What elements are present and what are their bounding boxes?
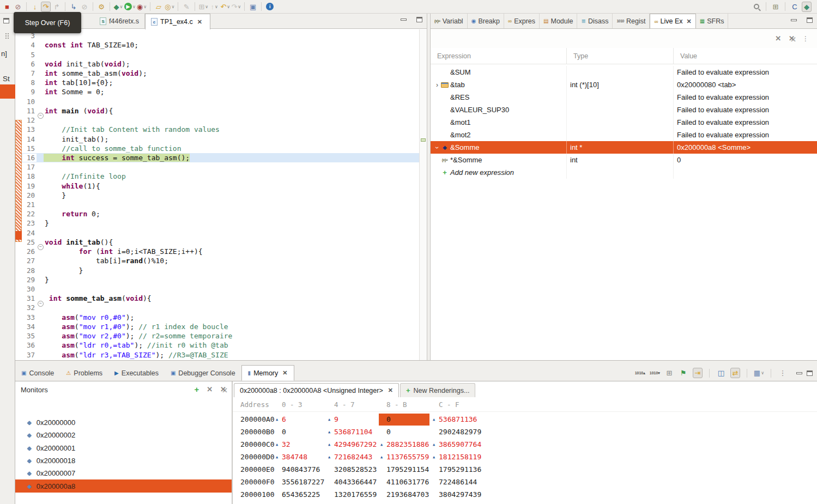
toggle-split-icon[interactable]: ⇄	[730, 368, 740, 378]
occurrence-marker[interactable]	[421, 138, 426, 142]
close-icon[interactable]: ✕	[197, 19, 202, 26]
memory-cell[interactable]: 722486144	[431, 476, 483, 488]
minimize-icon[interactable]	[401, 19, 407, 21]
new-renderings-tab[interactable]: + New Renderings...	[400, 383, 475, 397]
column-header-expression[interactable]: Expression	[431, 48, 567, 64]
vertical-sash[interactable]	[427, 14, 431, 360]
code-line-19[interactable]: 19 while(1){	[15, 181, 427, 191]
maximize-icon[interactable]	[807, 17, 813, 23]
code-line-12[interactable]: 12	[15, 116, 427, 125]
close-icon[interactable]: ✕	[687, 18, 692, 25]
info-icon[interactable]: i	[265, 2, 275, 12]
edit-icon[interactable]: ✎	[181, 2, 191, 12]
terminate-icon[interactable]: ■	[2, 2, 12, 12]
disconnect-icon[interactable]: ⊘	[13, 2, 23, 12]
back-icon[interactable]: ↶∨	[220, 2, 230, 12]
memory-cell[interactable]: 654365225	[274, 489, 326, 501]
open-perspective-icon[interactable]: ⊞	[771, 2, 780, 12]
code-line-9[interactable]: 9int Somme = 0;	[15, 87, 427, 96]
memory-cell[interactable]: 4110631776	[379, 476, 431, 488]
restore-view-icon[interactable]	[3, 18, 9, 23]
monitor-item[interactable]: ◆0x20000007	[15, 467, 232, 479]
c-perspective-icon[interactable]: C	[790, 2, 800, 12]
close-icon[interactable]: ✕	[388, 387, 393, 394]
up-icon[interactable]: ↑∨	[209, 2, 219, 12]
export-memory-icon[interactable]: 1010▴	[635, 368, 645, 378]
memory-cell[interactable]: ▲721682443	[326, 451, 379, 463]
expression-row[interactable]: ›&tabint (*)[10]0x20000080 <tab>	[431, 78, 817, 91]
monitor-item[interactable]: ◆0x20000018	[15, 454, 232, 467]
code-line-6[interactable]: 6void init_tab(void);	[15, 59, 427, 69]
code-line-24[interactable]: 24	[15, 228, 427, 238]
code-line-35[interactable]: 35 asm("mov r2,#0"); // r2=somme tempora…	[15, 331, 427, 341]
rendering-tab-unsigned-integer[interactable]: 0x200000a8 : 0x200000A8 <Unsigned Intege…	[234, 383, 399, 397]
code-area[interactable]: 34const int TAB_SIZE=10;56void init_tab(…	[15, 31, 427, 360]
external-tools-icon[interactable]: ◉∨	[137, 2, 147, 12]
tab-executables[interactable]: ▶Executables	[108, 365, 165, 381]
code-line-26[interactable]: 26 for (int i=0;i<TAB_SIZE;i++){	[15, 247, 427, 256]
memory-cell[interactable]: 1795291154	[379, 464, 431, 476]
memory-cell[interactable]: 4043366447	[326, 476, 379, 488]
code-line-13[interactable]: 13 //Init tab Content with random values	[15, 125, 427, 134]
run-icon[interactable]: ▶∨	[124, 2, 136, 12]
code-line-16[interactable]: →16 int success = somme_tab_asm();	[15, 153, 427, 162]
remove-expression-icon[interactable]: ✕	[775, 34, 781, 42]
expression-row[interactable]: ›◆&Sommeint *0x200000a8 <Somme>	[431, 141, 817, 154]
code-line-18[interactable]: 18 //Infinite loop	[15, 172, 427, 181]
clipped-selected-row[interactable]	[0, 84, 15, 99]
code-line-8[interactable]: 8int tab[10]={0};	[15, 78, 427, 87]
memory-cell[interactable]: 0	[379, 426, 431, 438]
restore-editor-icon[interactable]: ▣	[248, 2, 258, 12]
code-line-25[interactable]: 25void init_tab(){	[15, 238, 427, 247]
tab-variabl[interactable]: (x)=Variabl	[431, 14, 468, 28]
code-line-5[interactable]: 5	[15, 50, 427, 59]
instruction-stepping-icon[interactable]: ↳	[69, 2, 78, 12]
step-return-icon[interactable]: ↱	[52, 2, 62, 12]
memory-cell[interactable]: ▲384748	[274, 451, 326, 463]
memory-cell[interactable]: ▲32	[274, 439, 326, 451]
code-line-32[interactable]: 32	[15, 303, 427, 312]
tab-disass[interactable]: ≣Disass	[577, 14, 613, 28]
monitor-item[interactable]: ◆0x200000a8	[15, 479, 232, 492]
column-header-value[interactable]: Value	[674, 48, 817, 64]
memory-cell[interactable]: ▲9	[326, 414, 379, 426]
code-line-37[interactable]: 37 asm("ldr r3,=TAB_SIZE"); //R3=@TAB_SI…	[15, 350, 427, 359]
search-tool-icon[interactable]: ◎∨	[165, 2, 174, 12]
view-menu-icon[interactable]: ⋮	[802, 35, 809, 42]
code-line-30[interactable]: 30	[15, 284, 427, 294]
code-line-31[interactable]: 31 int somme_tab_asm(void){	[15, 294, 427, 303]
tab-memory[interactable]: ▮Memory✕	[241, 365, 294, 381]
code-line-11[interactable]: 11int main (void){	[15, 106, 427, 116]
expression-row[interactable]: &mot1Failed to evaluate expression	[431, 116, 817, 129]
minimize-icon[interactable]	[791, 19, 797, 21]
minimize-icon[interactable]	[796, 372, 802, 374]
layout-icon[interactable]: ▦∨	[754, 368, 764, 378]
memory-cell[interactable]: 0	[379, 414, 429, 426]
code-line-20[interactable]: 20 }	[15, 191, 427, 200]
code-line-23[interactable]: 23}	[15, 218, 427, 228]
memory-cell[interactable]: 0	[274, 426, 326, 438]
overview-ruler[interactable]	[419, 29, 427, 360]
remove-all-monitors-icon[interactable]: ✕	[220, 385, 226, 393]
code-line-22[interactable]: 22 return 0;	[15, 209, 427, 218]
code-line-10[interactable]: 10	[15, 97, 427, 106]
view-menu-icon[interactable]: ⋮	[778, 368, 788, 378]
tab-debugger-console[interactable]: ▣Debugger Console	[165, 365, 241, 381]
memory-cell[interactable]: ▲4294967292	[326, 439, 379, 451]
forward-icon[interactable]: ↷∨	[231, 2, 241, 12]
memory-cell[interactable]: 1795291136	[431, 464, 483, 476]
code-line-14[interactable]: 14 init_tab();	[15, 134, 427, 143]
expression-row[interactable]: (x)=*&Sommeint0	[431, 154, 817, 166]
expression-row[interactable]: &SUMFailed to evaluate expression	[431, 66, 817, 78]
expand-chevron-icon[interactable]: ›	[433, 144, 441, 151]
search-icon[interactable]	[752, 2, 761, 12]
horizontal-sash[interactable]	[15, 360, 817, 365]
tab-console[interactable]: ▣Console	[15, 365, 60, 381]
tab-sfrs[interactable]: ▦SFRs	[696, 14, 729, 28]
pin-memory-icon[interactable]: ⚑	[679, 368, 688, 378]
memory-cell[interactable]: ▲1812158119	[431, 451, 483, 463]
memory-cell[interactable]: 3804297439	[431, 489, 483, 501]
link-to-expression-icon[interactable]: ⇥	[693, 368, 703, 378]
tab-module[interactable]: ▤Module	[540, 14, 577, 28]
monitor-item[interactable]: ◆0x20000002	[15, 429, 232, 441]
